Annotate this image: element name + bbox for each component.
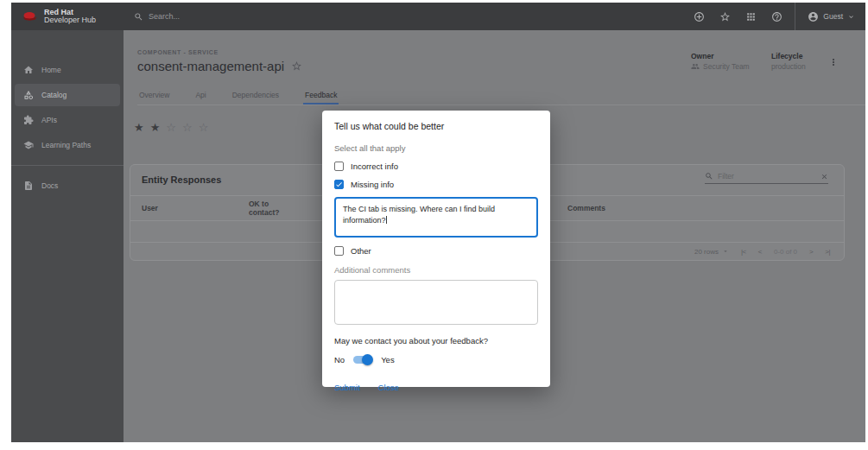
owner-value[interactable]: Security Team (691, 62, 750, 71)
sidebar-divider (11, 165, 124, 166)
breadcrumb: COMPONENT - SERVICE (137, 49, 219, 55)
header-actions (694, 11, 782, 22)
sidebar-item-catalog[interactable]: Catalog (15, 84, 120, 106)
contact-toggle-row: No Yes (334, 354, 538, 365)
rating-star-3[interactable] (166, 122, 176, 133)
feedback-textarea[interactable]: The CI tab is missing. Where can I find … (334, 197, 538, 238)
feedback-modal: Tell us what could be better Select all … (322, 111, 550, 387)
help-icon[interactable] (771, 11, 782, 22)
create-icon[interactable] (694, 11, 705, 22)
search-input[interactable] (149, 12, 408, 21)
owner-label: Owner (691, 52, 750, 60)
sidebar-item-apis[interactable]: APIs (15, 109, 120, 131)
checkbox-other[interactable]: Other (334, 246, 538, 256)
star-rating (134, 122, 208, 133)
user-menu[interactable]: Guest (808, 11, 855, 22)
search-icon (134, 12, 143, 22)
checkbox-incorrect-info[interactable]: Incorrect info (334, 162, 538, 171)
tab-api[interactable]: Api (193, 86, 207, 105)
rating-star-5[interactable] (199, 122, 209, 133)
first-page-icon[interactable]: |< (741, 248, 746, 256)
contact-question: May we contact you about your feedback? (334, 336, 538, 345)
checkbox-box (334, 180, 344, 189)
redhat-logo-icon (21, 10, 39, 23)
sidebar-item-label: Catalog (41, 91, 67, 99)
browser-frame: Red Hat Developer Hub (0, 0, 868, 450)
sidebar-item-label: APIs (41, 116, 57, 124)
page-title: consent-management-api (137, 59, 284, 73)
toggle-off-label: No (334, 355, 345, 364)
account-icon (808, 11, 819, 22)
card-title: Entity Responses (142, 174, 221, 185)
sidebar-item-label: Home (41, 66, 61, 74)
next-page-icon[interactable]: > (809, 248, 813, 256)
catalog-icon (23, 90, 34, 100)
brand-line2: Developer Hub (44, 16, 96, 24)
checkbox-box (334, 246, 344, 256)
checkbox-label: Missing info (351, 180, 394, 189)
user-name: Guest (823, 12, 843, 21)
top-bar: Red Hat Developer Hub (11, 3, 865, 30)
rating-star-4[interactable] (182, 122, 193, 133)
column-ok-to-contact[interactable]: OK to contact? (249, 200, 285, 217)
column-user[interactable]: User (142, 204, 158, 212)
toggle-on-label: Yes (381, 355, 395, 364)
rows-per-page-value: 20 rows (694, 248, 719, 256)
rating-star-2[interactable] (150, 122, 161, 133)
rating-star-1[interactable] (134, 122, 144, 133)
sidebar: Home Catalog APIs Learning Paths Docs (11, 30, 124, 442)
check-icon (335, 181, 343, 188)
rows-per-page-select[interactable]: 20 rows (694, 248, 729, 256)
app-window: Red Hat Developer Hub (11, 3, 865, 442)
docs-icon (23, 181, 34, 191)
lifecycle-label: Lifecycle (771, 52, 806, 60)
filter-search-icon (705, 172, 713, 181)
submit-button[interactable]: Submit (334, 383, 360, 392)
toggle-knob (362, 354, 373, 365)
checkbox-label: Incorrect info (351, 162, 398, 171)
checkbox-box (334, 162, 344, 171)
kebab-menu-icon[interactable] (828, 56, 839, 72)
brand-text: Red Hat Developer Hub (44, 9, 96, 25)
group-icon (691, 62, 700, 71)
checkbox-missing-info[interactable]: Missing info (334, 180, 538, 189)
prev-page-icon[interactable]: < (758, 248, 762, 256)
column-comments[interactable]: Comments (567, 204, 605, 212)
checkbox-label: Other (351, 246, 371, 256)
starred-icon[interactable] (719, 11, 731, 22)
sidebar-item-label: Learning Paths (41, 141, 91, 149)
brand[interactable]: Red Hat Developer Hub (11, 9, 124, 25)
page-title-row: consent-management-api (137, 59, 302, 73)
apps-grid-icon[interactable] (745, 11, 757, 22)
filter-input[interactable] (718, 172, 816, 181)
sidebar-item-learning-paths[interactable]: Learning Paths (15, 134, 120, 156)
learning-paths-icon (23, 140, 34, 150)
header-divider (795, 3, 795, 30)
sidebar-item-docs[interactable]: Docs (15, 174, 120, 197)
additional-comments-textarea[interactable] (334, 280, 538, 325)
tab-feedback[interactable]: Feedback (303, 86, 339, 105)
lifecycle-block: Lifecycle production (771, 52, 806, 71)
lifecycle-value: production (771, 62, 806, 71)
last-page-icon[interactable]: >| (825, 248, 830, 256)
sidebar-item-home[interactable]: Home (15, 59, 120, 81)
sidebar-item-label: Docs (41, 181, 58, 190)
clear-filter-icon[interactable] (820, 173, 828, 181)
apis-icon (23, 115, 34, 125)
dropdown-arrow-icon (722, 248, 729, 255)
tab-overview[interactable]: Overview (137, 86, 171, 105)
chevron-down-icon (847, 13, 855, 21)
table-filter[interactable] (705, 172, 828, 184)
owner-team: Security Team (703, 62, 750, 71)
additional-comments-label: Additional comments (334, 265, 538, 275)
global-search[interactable] (134, 12, 694, 22)
tab-dependencies[interactable]: Dependencies (231, 86, 281, 105)
close-button[interactable]: Close (378, 383, 399, 392)
modal-title: Tell us what could be better (334, 121, 538, 131)
text-cursor (386, 216, 387, 224)
modal-actions: Submit Close (334, 383, 538, 392)
entity-tabs: Overview Api Dependencies Feedback (137, 86, 865, 105)
contact-toggle[interactable] (352, 354, 373, 365)
pagination-range: 0-0 of 0 (774, 248, 797, 256)
favorite-entity-icon[interactable] (291, 60, 302, 72)
